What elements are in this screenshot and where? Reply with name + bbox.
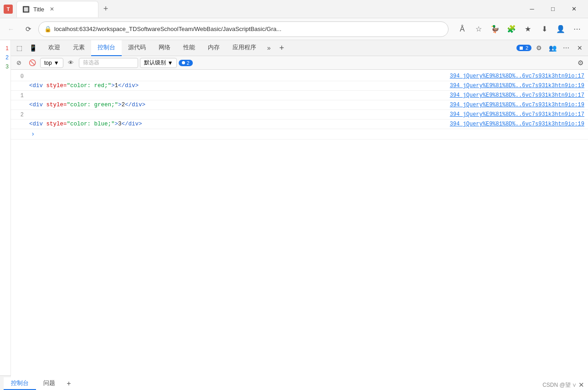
tab-icon: 🔲: [22, 6, 30, 13]
tab-elements[interactable]: 元素: [67, 40, 91, 56]
table-row: 2 394_jQuery%E9%81%8D%..6vc7s931k3htn9io…: [11, 110, 588, 120]
tab-console[interactable]: 控制台: [91, 40, 122, 56]
lock-icon: 🔒: [44, 26, 52, 32]
sidebar-line-numbers: 1 2 3: [0, 40, 11, 375]
device-toolbar-button[interactable]: 📱: [26, 42, 39, 54]
bottom-right-text: CSDN @望 ∨ ✕: [542, 381, 584, 390]
row-code-1: <div style="color: green;">2</div>: [27, 101, 448, 109]
row-index-1: 1: [11, 91, 27, 99]
bottom-close-button[interactable]: ✕: [578, 381, 584, 389]
tab-title: Title: [33, 6, 44, 13]
row-source-2b[interactable]: 394_jQuery%E9%81%8D%..6vc7s931k3htn9io:1…: [448, 120, 588, 128]
minimize-button[interactable]: ─: [521, 0, 542, 18]
line-number-3: 3: [0, 62, 10, 71]
devtools-topnav: ⬚ 📱 欢迎 元素 控制台 源代码 网络: [11, 40, 588, 56]
eye-button[interactable]: 👁: [65, 57, 77, 69]
favorites2-button[interactable]: ★: [521, 22, 535, 36]
row-content-1: [27, 91, 448, 93]
tab-performance[interactable]: 性能: [177, 40, 201, 56]
row-left-2: [11, 120, 27, 121]
close-button[interactable]: ✕: [563, 0, 584, 18]
address-actions: Â ☆ 🦆 🧩 ★ ⬇ 👤 ⋯: [455, 22, 584, 36]
tab-sources[interactable]: 源代码: [122, 40, 152, 56]
table-row: <div style="color: blue;">3</div> 394_jQ…: [11, 120, 588, 129]
new-tab-button[interactable]: +: [98, 2, 113, 16]
address-bar: ← ⟳ 🔒 localhost:63342/workspace_TDSoftwa…: [0, 18, 588, 40]
row-source-1a[interactable]: 394_jQuery%E9%81%8D%..6vc7s931k3htn9io:1…: [448, 91, 588, 99]
tab-memory[interactable]: 内存: [201, 40, 226, 56]
clear-console-button[interactable]: ⊘: [13, 57, 25, 69]
more-button[interactable]: ⋯: [570, 22, 584, 36]
downloads-button[interactable]: ⬇: [537, 22, 552, 36]
row-content-2: [27, 110, 448, 112]
filter-button[interactable]: 🚫: [26, 57, 38, 69]
bottom-tab-console[interactable]: 控制台: [4, 377, 36, 390]
close-devtools-button[interactable]: ✕: [573, 42, 586, 54]
extensions2-button[interactable]: 🧩: [504, 22, 519, 36]
issues-badge: 2: [516, 45, 531, 51]
console-rows: 0 394_jQuery%E9%81%8D%..6vc7s931k3htn9io…: [11, 70, 588, 390]
row-index-2: 2: [11, 110, 27, 118]
more-tabs-button[interactable]: »: [263, 42, 275, 54]
console-content: 0 394_jQuery%E9%81%8D%..6vc7s931k3htn9io…: [11, 70, 588, 390]
context-label: top: [44, 60, 52, 66]
more-icon[interactable]: ⋯: [560, 42, 573, 54]
row-code-2: <div style="color: blue;">3</div>: [27, 120, 448, 128]
log-level-selector[interactable]: 默认级别 ▼: [140, 58, 177, 68]
line-number-1: 1: [0, 44, 10, 53]
url-text: localhost:63342/workspace_TDSoftwareScho…: [54, 26, 443, 32]
expand-row: ›: [11, 129, 588, 140]
tab-network[interactable]: 网络: [152, 40, 177, 56]
refresh-button[interactable]: ⟳: [21, 22, 36, 36]
filter-placeholder: 筛选器: [83, 59, 99, 67]
tab-strip: 🔲 Title ✕ +: [16, 0, 521, 18]
errors-badge: 2: [179, 60, 192, 66]
favorites-button[interactable]: ☆: [471, 22, 486, 36]
line-number-2: 2: [0, 53, 10, 62]
settings-icon[interactable]: ⚙: [532, 42, 545, 54]
expand-arrow[interactable]: ›: [27, 130, 38, 139]
level-dropdown-icon: ▼: [168, 60, 173, 66]
inspect-element-button[interactable]: ⬚: [13, 42, 26, 54]
add-tab-button[interactable]: +: [62, 377, 75, 390]
back-button[interactable]: ←: [4, 22, 18, 36]
context-selector[interactable]: top ▼: [40, 58, 63, 68]
devtools-tabs: 欢迎 元素 控制台 源代码 网络 性能 内存: [42, 40, 288, 56]
window-controls-right: ─ □ ✕: [521, 0, 584, 18]
row-source-2a[interactable]: 394_jQuery%E9%81%8D%..6vc7s931k3htn9io:1…: [448, 110, 588, 119]
extensions-button[interactable]: 🦆: [488, 22, 502, 36]
row-left-1: [11, 101, 27, 102]
devtools-right-icons: 2 ⚙ 👥 ⋯ ✕: [515, 42, 586, 54]
customize-icon[interactable]: 👥: [546, 42, 559, 54]
table-row: <div style="color: red;">1</div> 394_jQu…: [11, 81, 588, 91]
devtools-panel: ⬚ 📱 欢迎 元素 控制台 源代码 网络: [11, 40, 588, 390]
tab-welcome[interactable]: 欢迎: [42, 40, 67, 56]
row-source-1b[interactable]: 394_jQuery%E9%81%8D%..6vc7s931k3htn9io:1…: [448, 101, 588, 109]
devtools-left-icons: ⬚ 📱: [13, 42, 39, 54]
table-row: 1 394_jQuery%E9%81%8D%..6vc7s931k3htn9io…: [11, 91, 588, 100]
profile-button[interactable]: 👤: [553, 22, 568, 36]
tab-application[interactable]: 应用程序: [226, 40, 263, 56]
address-input[interactable]: 🔒 localhost:63342/workspace_TDSoftwareSc…: [38, 21, 449, 37]
row-source-0a[interactable]: 394_jQuery%E9%81%8D%..6vc7s931k3htn9io:1…: [448, 72, 588, 80]
maximize-button[interactable]: □: [542, 0, 563, 18]
badge-dot: [182, 61, 185, 64]
active-tab[interactable]: 🔲 Title ✕: [16, 1, 98, 17]
table-row: 0 394_jQuery%E9%81%8D%..6vc7s931k3htn9io…: [11, 72, 588, 81]
table-row: <div style="color: green;">2</div> 394_j…: [11, 100, 588, 110]
row-content-0: [27, 72, 448, 74]
console-settings-button[interactable]: ⚙: [574, 57, 586, 69]
bottom-tab-issues[interactable]: 问题: [36, 377, 62, 390]
read-aloud-button[interactable]: Â: [455, 22, 469, 36]
row-source-0b[interactable]: 394_jQuery%E9%81%8D%..6vc7s931k3htn9io:1…: [448, 82, 588, 90]
console-toolbar: ⊘ 🚫 top ▼ 👁 筛选器 默认级别 ▼ 2 ⚙: [11, 56, 588, 70]
window-controls-left: T: [4, 5, 13, 14]
add-panel-button[interactable]: +: [275, 42, 288, 54]
browser-icon: T: [4, 5, 13, 14]
filter-input[interactable]: 筛选器: [79, 58, 138, 68]
title-bar: T 🔲 Title ✕ + ─ □ ✕: [0, 0, 588, 18]
context-dropdown-icon: ▼: [54, 60, 59, 66]
tab-close-button[interactable]: ✕: [48, 5, 56, 13]
row-index-0: 0: [11, 72, 27, 80]
row-left-0: [11, 82, 27, 83]
